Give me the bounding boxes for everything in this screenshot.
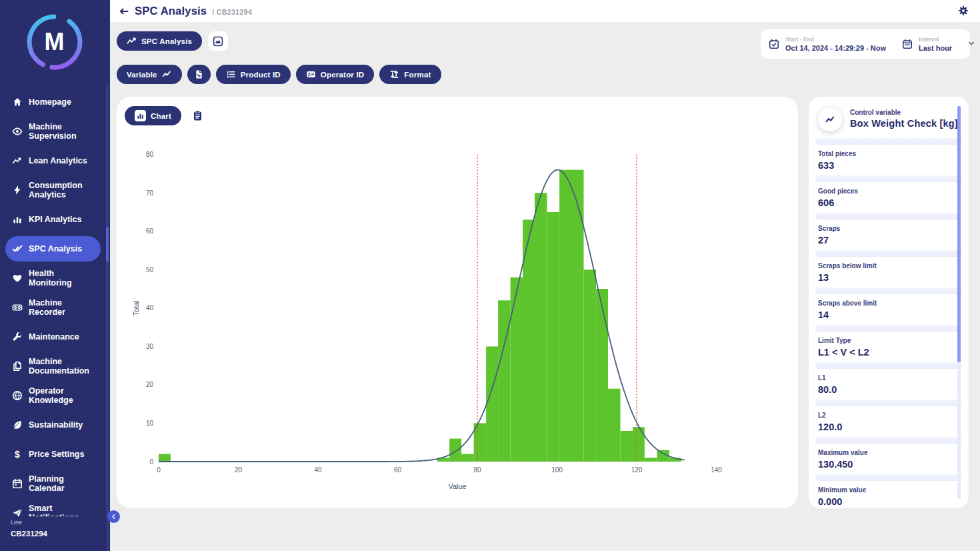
svg-text:$: $: [15, 449, 20, 460]
svg-text:20: 20: [146, 381, 154, 388]
start-end-value: Oct 14, 2024 - 14:29:29 - Now: [785, 44, 886, 52]
stat-row-maximum-value: Maximum value130.450: [809, 444, 969, 474]
stat-row-scraps: Scraps27: [809, 219, 969, 250]
sidebar-item-machine-documentation[interactable]: Machine Documentation: [0, 352, 110, 381]
sidebar-item-price-settings[interactable]: $Price Settings: [0, 440, 110, 469]
format-filter-label: Format: [404, 71, 431, 79]
sidebar-item-health-monitoring[interactable]: Health Monitoring: [0, 263, 110, 293]
filter-row: Variable Product ID: [117, 65, 441, 84]
sidebar-item-label: Machine Supervision: [29, 122, 98, 141]
stat-label: Limit Type: [818, 337, 969, 344]
heart-icon: [11, 273, 23, 284]
stat-label: L1: [818, 374, 969, 382]
chart-tab-button[interactable]: Chart: [125, 106, 181, 125]
main-area: SPC Analysis / CB231294: [110, 0, 980, 551]
svg-text:0: 0: [149, 458, 153, 466]
panel-scrollbar[interactable]: [957, 106, 961, 499]
product-id-filter-label: Product ID: [241, 71, 281, 79]
app-logo[interactable]: M: [25, 12, 85, 72]
stat-divider: [815, 138, 962, 145]
sidebar-item-maintenance[interactable]: Maintenance: [0, 322, 110, 352]
svg-text:20: 20: [235, 466, 243, 474]
stat-label: Minimum value: [818, 486, 969, 494]
format-filter-button[interactable]: Format: [379, 65, 441, 84]
stat-row-good-pieces: Good pieces606: [809, 182, 969, 213]
stat-row-l1: L180.0: [809, 369, 969, 400]
sidebar-item-label: Planning Calendar: [29, 474, 98, 493]
interval-picker[interactable]: Interval Last hour: [894, 29, 980, 59]
sidebar-scrollbar[interactable]: [106, 83, 109, 551]
start-end-label: Start - End: [785, 36, 886, 43]
eye-icon: [11, 126, 23, 137]
sidebar-item-operator-knowledge[interactable]: Operator Knowledge: [0, 381, 110, 410]
stat-row-scraps-below-limit: Scraps below limit13: [809, 257, 969, 288]
area-chart-view-button[interactable]: [208, 31, 228, 51]
stat-value: 13: [818, 272, 969, 283]
stat-divider: [815, 362, 962, 369]
svg-text:60: 60: [394, 466, 402, 474]
spc-histogram-chart: 02040608010012014001020304050607080Value…: [117, 137, 798, 500]
pdf-file-icon: [194, 69, 204, 79]
sidebar-item-machine-recorder[interactable]: Machine Recorder: [0, 293, 110, 322]
stat-divider: [815, 474, 962, 481]
trend-icon: [162, 69, 172, 79]
start-end-picker[interactable]: Start - End Oct 14, 2024 - 14:29:29 - No…: [761, 29, 894, 59]
stat-value: 27: [818, 235, 969, 245]
sidebar-item-lean-analytics[interactable]: Lean Analytics: [0, 146, 110, 175]
sidebar-item-consumption-analytics[interactable]: Consumption Analytics: [0, 175, 110, 205]
stat-value: 633: [818, 160, 969, 171]
sidebar-item-label: KPI Analytics: [29, 215, 81, 224]
sidebar-scrollbar-thumb[interactable]: [106, 227, 109, 261]
svg-text:120: 120: [631, 466, 643, 474]
back-button[interactable]: [119, 5, 132, 18]
stat-label: Good pieces: [818, 187, 969, 195]
content: SPC Analysis Start - End Oct 14: [110, 22, 980, 551]
sidebar-collapse-button[interactable]: [107, 510, 120, 523]
product-id-filter-button[interactable]: Product ID: [216, 65, 291, 84]
variable-filter-button[interactable]: Variable: [117, 65, 182, 84]
operator-id-filter-button[interactable]: Operator ID: [296, 65, 374, 84]
area-chart-icon: [213, 36, 223, 47]
clipboard-icon: [192, 110, 203, 121]
svg-text:60: 60: [146, 227, 154, 235]
tabs-row: SPC Analysis: [117, 31, 228, 51]
stats-panel: Control variable Box Weight Check [kg] T…: [809, 97, 969, 508]
sidebar-item-label: Consumption Analytics: [29, 181, 98, 199]
stat-value: 80.0: [818, 384, 969, 395]
line-value: CB231294: [11, 530, 107, 538]
lightning-icon: [11, 185, 23, 196]
top-bar: SPC Analysis / CB231294: [110, 0, 980, 22]
interval-value: Last hour: [919, 44, 952, 52]
control-variable-row: Control variable Box Weight Check [kg]: [809, 97, 969, 138]
panel-scrollbar-thumb[interactable]: [957, 106, 961, 362]
breadcrumb: / CB231294: [212, 8, 252, 16]
settings-button[interactable]: [957, 5, 969, 17]
svg-text:30: 30: [146, 343, 154, 350]
sidebar-item-label: Maintenance: [29, 332, 79, 342]
sidebar-item-spc-analysis[interactable]: SPC Analysis: [5, 236, 101, 261]
sidebar-footer: Line CB231294: [0, 516, 107, 551]
pdf-export-button[interactable]: [187, 65, 211, 84]
x-axis-ticks: 020406080100120140: [157, 466, 722, 474]
sidebar-item-homepage[interactable]: Homepage: [0, 87, 110, 117]
sidebar-item-kpi-analytics[interactable]: KPI Analytics: [0, 205, 110, 234]
sidebar: M HomepageMachine SupervisionLean Analyt…: [0, 0, 110, 551]
sidebar-item-sustainability[interactable]: Sustainability: [0, 410, 110, 440]
sidebar-item-planning-calendar[interactable]: Planning Calendar: [0, 469, 110, 498]
gear-icon: [958, 5, 969, 16]
stat-label: Total pieces: [818, 150, 969, 157]
sidebar-item-machine-supervision[interactable]: Machine Supervision: [0, 117, 110, 146]
y-axis-ticks: 01020304050607080: [146, 151, 154, 465]
svg-text:100: 100: [551, 466, 563, 474]
table-view-button[interactable]: [191, 110, 203, 122]
tab-spc-analysis[interactable]: SPC Analysis: [117, 31, 202, 51]
y-axis-label: Total: [132, 300, 140, 316]
calendar-check-icon: [769, 39, 779, 49]
id-card-icon: [306, 69, 316, 79]
svg-text:140: 140: [711, 466, 722, 474]
control-variable-label: Control variable: [850, 109, 958, 116]
sidebar-item-label: Price Settings: [29, 450, 84, 459]
stat-row-minimum-value: Minimum value0.000: [809, 481, 969, 508]
stat-row-limit-type: Limit TypeL1 < V < L2: [809, 332, 969, 362]
svg-text:50: 50: [146, 266, 154, 273]
